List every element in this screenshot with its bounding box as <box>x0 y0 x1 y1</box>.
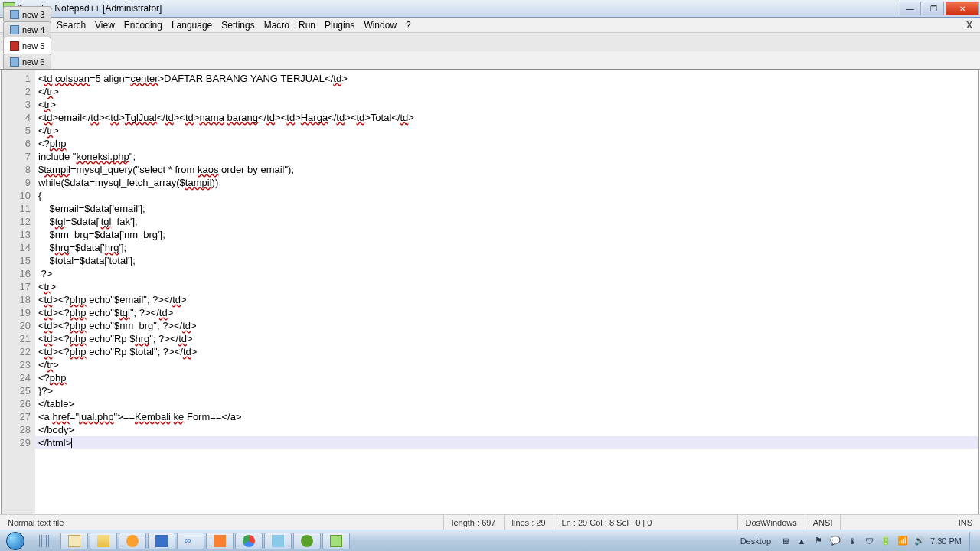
status-lines: lines : 29 <box>505 515 554 530</box>
tray-monitor-icon[interactable]: 🖥 <box>779 535 791 547</box>
status-eol: Dos\Windows <box>738 515 805 530</box>
tab-new-5[interactable]: new 5 <box>3 37 51 54</box>
menu-macro[interactable]: Macro <box>260 18 294 32</box>
code-line[interactable]: </tr> <box>35 358 978 371</box>
tab-label: new 4 <box>22 25 44 34</box>
code-line[interactable]: <td><?php echo"$email"; ?></td> <box>35 293 978 306</box>
code-line[interactable]: <td><?php echo"Rp $total"; ?></td> <box>35 345 978 358</box>
status-encoding: ANSI <box>805 515 841 530</box>
menu-encoding[interactable]: Encoding <box>119 18 167 32</box>
status-bar: Normal text file length : 697 lines : 29… <box>0 514 980 530</box>
editor[interactable]: 1234567891011121314151617181920212223242… <box>1 70 979 514</box>
taskbar-app-paint[interactable] <box>264 533 292 549</box>
tray-network-icon[interactable]: 📶 <box>897 535 909 547</box>
title-bar: *new 5 - Notepad++ [Administrator] — ❐ ✕ <box>0 0 980 18</box>
taskbar-divider-icon[interactable] <box>31 533 59 549</box>
tray-chevron-icon[interactable]: ▲ <box>795 535 808 547</box>
toolbar: 📄📂💾💾🖶✂📋📋↶↷🔍🔎🔍⬅➡📑📃👁▶⏺⏹▶⏭⏯ABC🎨🌈 <box>0 33 980 51</box>
show-desktop-button[interactable] <box>969 532 975 550</box>
close-document-button[interactable]: X <box>962 20 977 31</box>
file-icon <box>10 25 19 34</box>
tab-bar: new 3new 4new 5new 6 <box>0 51 980 70</box>
start-button[interactable] <box>0 530 31 552</box>
code-line[interactable]: $nm_brg=$data['nm_brg']; <box>35 228 978 241</box>
file-icon <box>10 10 19 19</box>
tab-new-3[interactable]: new 3 <box>3 6 51 21</box>
code-area[interactable]: <td colspan=5 align=center>DAFTAR BARANG… <box>35 70 978 514</box>
code-line[interactable]: $hrg=$data['hrg']; <box>35 241 978 254</box>
menu-language[interactable]: Language <box>167 18 217 32</box>
code-line[interactable]: <td><?php echo"$tgl"; ?></td> <box>35 306 978 319</box>
code-line[interactable]: }?> <box>35 384 978 397</box>
status-file-type: Normal text file <box>0 515 444 530</box>
taskbar-app-chrome[interactable] <box>235 533 263 549</box>
tray-chat-icon[interactable]: 💬 <box>829 535 841 547</box>
code-line[interactable]: <tr> <box>35 98 978 111</box>
tray-battery-icon[interactable]: 🔋 <box>880 535 892 547</box>
code-line[interactable]: include "koneksi.php"; <box>35 150 978 163</box>
menu-window[interactable]: Window <box>359 18 401 32</box>
code-line[interactable]: $total=$data['total']; <box>35 254 978 267</box>
code-line[interactable]: </html> <box>35 436 978 449</box>
tab-label: new 5 <box>22 41 44 51</box>
menu-search[interactable]: Search <box>52 18 90 32</box>
code-line[interactable]: </tr> <box>35 124 978 137</box>
code-line[interactable]: <?php <box>35 371 978 384</box>
tray-flag-icon[interactable]: ⚑ <box>812 535 825 547</box>
tab-new-6[interactable]: new 6 <box>3 54 51 69</box>
tray-volume-icon[interactable]: 🔊 <box>913 535 926 547</box>
tab-new-4[interactable]: new 4 <box>3 21 51 37</box>
status-position: Ln : 29 Col : 8 Sel : 0 | 0 <box>554 515 738 530</box>
menu-plugins[interactable]: Plugins <box>320 18 359 32</box>
code-line[interactable]: <td>email</td><td>TglJual</td><td>nama b… <box>35 111 978 124</box>
show-desktop-label[interactable]: Desktop <box>740 536 771 546</box>
file-icon <box>10 41 19 51</box>
menu-settings[interactable]: Settings <box>217 18 259 32</box>
code-line[interactable]: <tr> <box>35 280 978 293</box>
minimize-button[interactable]: — <box>900 2 921 15</box>
code-line[interactable]: while($data=mysql_fetch_array($tampil)) <box>35 176 978 189</box>
taskbar-app-explorer[interactable] <box>60 533 88 549</box>
code-line[interactable]: ?> <box>35 267 978 280</box>
menu-view[interactable]: View <box>90 18 119 32</box>
file-icon <box>10 57 19 67</box>
tray-shield-icon[interactable]: 🛡 <box>863 535 875 547</box>
code-line[interactable]: <td><?php echo"Rp $hrg"; ?></td> <box>35 332 978 345</box>
close-button[interactable]: ✕ <box>946 2 979 15</box>
code-line[interactable]: </table> <box>35 397 978 410</box>
line-number-gutter: 1234567891011121314151617181920212223242… <box>2 70 35 514</box>
taskbar-app-folder[interactable] <box>90 533 117 549</box>
status-length: length : 697 <box>444 515 505 530</box>
code-line[interactable]: <?php <box>35 137 978 150</box>
code-line[interactable]: { <box>35 189 978 202</box>
menu-run[interactable]: Run <box>294 18 320 32</box>
maximize-button[interactable]: ❐ <box>923 2 944 15</box>
code-line[interactable]: <td colspan=5 align=center>DAFTAR BARANG… <box>35 72 978 85</box>
taskbar-app-green[interactable] <box>293 533 321 549</box>
code-line[interactable]: $email=$data['email']; <box>35 202 978 215</box>
code-line[interactable]: <td><?php echo"$nm_brg"; ?></td> <box>35 319 978 332</box>
taskbar-app-infinity[interactable]: ∞ <box>177 533 204 549</box>
tab-label: new 6 <box>22 57 44 67</box>
tray-temp-icon[interactable]: 🌡 <box>846 535 858 547</box>
code-line[interactable]: </tr> <box>35 85 978 98</box>
code-line[interactable]: <a href="jual.php">==Kembali ke Form==</… <box>35 410 978 423</box>
menu-help[interactable]: ? <box>401 18 416 32</box>
window-title: *new 5 - Notepad++ [Administrator] <box>18 3 899 14</box>
taskbar: ∞ Desktop 🖥 ▲ ⚑ 💬 🌡 🛡 🔋 📶 🔊 7:30 PM <box>0 530 980 551</box>
menu-bar: FileEditSearchViewEncodingLanguageSettin… <box>0 18 980 33</box>
taskbar-app-notepadpp[interactable] <box>322 533 350 549</box>
tray-clock[interactable]: 7:30 PM <box>930 536 962 546</box>
status-mode: INS <box>951 515 980 530</box>
code-line[interactable]: $tampil=mysql_query("select * from kaos … <box>35 163 978 176</box>
code-line[interactable]: $tgl=$data['tgl_fak']; <box>35 215 978 228</box>
taskbar-app-xampp[interactable] <box>206 533 234 549</box>
taskbar-app-media[interactable] <box>119 533 146 549</box>
taskbar-app-blue[interactable] <box>148 533 175 549</box>
tab-label: new 3 <box>22 10 44 19</box>
code-line[interactable]: </body> <box>35 423 978 436</box>
system-tray: Desktop 🖥 ▲ ⚑ 💬 🌡 🛡 🔋 📶 🔊 7:30 PM <box>740 532 980 550</box>
